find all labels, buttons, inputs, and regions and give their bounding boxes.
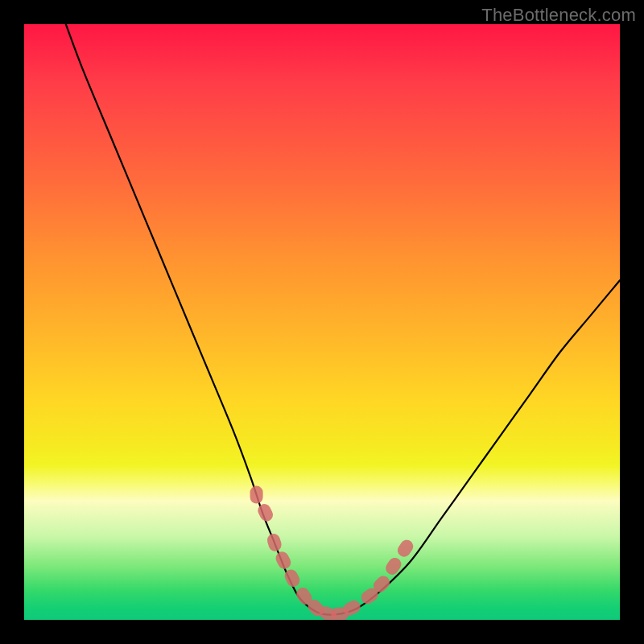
curve-marker <box>256 502 275 523</box>
curve-marker <box>266 532 283 553</box>
curve-layer <box>24 24 620 620</box>
curve-marker <box>274 550 293 572</box>
curve-marker <box>250 486 263 504</box>
bottleneck-curve <box>66 24 620 615</box>
watermark-text: TheBottleneck.com <box>481 5 636 26</box>
chart-frame: TheBottleneck.com <box>0 0 644 644</box>
marker-group <box>250 486 416 620</box>
curve-marker <box>395 538 416 559</box>
curve-marker <box>383 555 404 577</box>
plot-area <box>24 24 620 620</box>
